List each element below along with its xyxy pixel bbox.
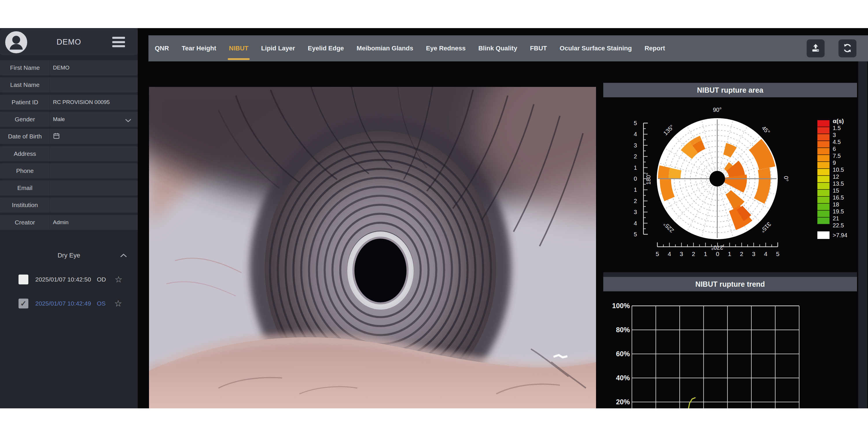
exam-list-item[interactable]: 2025/01/07 10:42:50OD☆ [0,273,138,286]
tab-nibut[interactable]: NIBUT [229,45,248,52]
tab-eye-redness[interactable]: Eye Redness [426,45,466,52]
field-label: Institution [0,202,50,208]
horizontal-axis-tick: 4 [668,251,671,257]
field-value-patient-id[interactable]: RC PROVISION 00095 [50,95,138,110]
menu-icon[interactable] [112,37,125,47]
field-value-institution[interactable] [50,198,138,212]
colorbar-tick: 13.5 [833,180,844,187]
colorbar-tick: 6 [833,146,836,152]
field-value-address[interactable] [50,146,138,161]
colorbar-segment [817,148,830,155]
field-row-gender: GenderMale [0,112,138,127]
tab-meibomian-glands[interactable]: Meibomian Glands [357,45,413,52]
field-row-date-of-birth: Date of Birth [0,129,138,144]
tab-lipid-layer[interactable]: Lipid Layer [261,45,295,52]
colorbar-tick: 1.5 [833,125,841,131]
colorbar-segment [817,190,830,196]
field-label: Address [0,150,50,157]
polar-angle-label: 225° [662,221,675,234]
field-row-creator: CreatorAdmin [0,215,138,230]
field-row-last-name: Last Name [0,77,138,92]
exam-datetime: 2025/01/07 10:42:49 [35,300,91,307]
tab-qnr[interactable]: QNR [155,45,169,52]
colorbar-tick: 22.5 [833,222,844,229]
colorbar-tick: 9 [833,160,836,166]
field-value-text: Male [53,116,65,122]
field-value-email[interactable] [50,180,138,196]
trend-y-tick: 20% [616,398,630,406]
exam-group-header[interactable]: Dry Eye [0,249,138,262]
field-row-patient-id: Patient IDRC PROVISION 00095 [0,95,138,110]
colorbar-tick: 4.5 [833,139,841,145]
refresh-button[interactable] [838,39,857,57]
exam-list-item[interactable]: ✓2025/01/07 10:42:49OS☆ [0,297,138,310]
app-area: DEMO First NameDEMOLast NamePatient IDRC… [0,28,868,408]
colorbar-tick: 16.5 [833,194,844,201]
field-row-phone: Phone [0,163,138,178]
nibut-rupture-area-chart: 0°45°90°135°180°225°270°315°543210123455… [603,97,857,277]
patient-sidebar: DEMO First NameDEMOLast NamePatient IDRC… [0,28,138,408]
horizontal-axis-tick: 5 [656,251,659,257]
tab-ocular-surface-staining[interactable]: Ocular Surface Staining [560,45,631,52]
radial-axis-tick: 2 [633,198,637,204]
field-value-phone[interactable] [50,163,138,178]
refresh-icon [842,43,852,54]
field-label: Email [0,184,50,192]
colorbar-segment [817,210,830,217]
star-icon[interactable]: ☆ [114,299,122,308]
export-button[interactable] [807,39,825,57]
field-value-text: RC PROVISION 00095 [53,99,110,106]
rupture-sector [658,165,670,179]
tab-report[interactable]: Report [645,45,665,52]
polar-angle-label: 45° [761,124,771,135]
field-value-first-name[interactable]: DEMO [50,60,138,75]
trend-series-line [686,398,695,408]
panel-divider [603,272,857,277]
colorbar-tick: 18 [833,201,839,208]
field-value-last-name[interactable] [50,77,138,92]
chevron-down-icon[interactable] [125,118,131,124]
field-label: Date of Birth [0,133,50,140]
exam-eye-label: OS [97,300,105,307]
field-value-creator[interactable]: Admin [50,215,138,230]
radial-axis-tick: 2 [633,153,637,160]
horizontal-axis-tick: 2 [740,251,743,257]
colorbar-tick: 3 [833,132,836,138]
polar-angle-label: 0° [783,176,789,181]
star-icon[interactable]: ☆ [115,275,122,284]
field-value-date-of-birth[interactable] [50,129,138,144]
field-label: Patient ID [0,99,50,106]
radial-axis-tick: 4 [633,220,637,227]
colorbar-segment [817,134,830,141]
horizontal-axis-tick: 2 [692,251,695,257]
horizontal-axis-tick: 1 [704,251,707,257]
tab-tear-height[interactable]: Tear Height [182,45,216,52]
nav-toolbar [807,39,857,57]
field-value-text: DEMO [53,65,69,71]
module-nav-bar: QNRTear HeightNIBUTLipid LayerEyelid Edg… [148,35,868,61]
calendar-icon[interactable] [53,132,60,141]
polar-angle-label: 135° [662,124,675,137]
tab-eyelid-edge[interactable]: Eyelid Edge [308,45,344,52]
colorbar-tick: 7.5 [833,153,841,159]
checked-checkbox[interactable]: ✓ [19,298,28,309]
radial-axis-tick: 4 [633,131,637,137]
unchecked-checkbox[interactable] [19,274,28,284]
tab-blink-quality[interactable]: Blink Quality [478,45,517,52]
field-row-first-name: First NameDEMO [0,60,138,75]
chevron-up-icon[interactable] [120,253,127,259]
tab-fbut[interactable]: FBUT [530,45,547,52]
field-value-gender[interactable]: Male [50,112,138,127]
exam-eye-label: OD [97,276,106,283]
colorbar-segment [817,183,830,190]
radial-axis-tick: 3 [633,209,637,215]
nav-tabs: QNRTear HeightNIBUTLipid LayerEyelid Edg… [155,35,665,61]
field-label: Gender [0,116,50,123]
horizontal-axis-tick: 3 [752,251,755,257]
vertical-scrollbar[interactable] [858,61,867,408]
rupture-area-panel-title: NIBUT rupture area [603,83,857,97]
horizontal-axis-tick: 1 [728,251,732,257]
colorbar-tick: 15 [833,187,839,194]
colorbar-segment [817,120,830,127]
colorbar-segment [817,218,830,224]
